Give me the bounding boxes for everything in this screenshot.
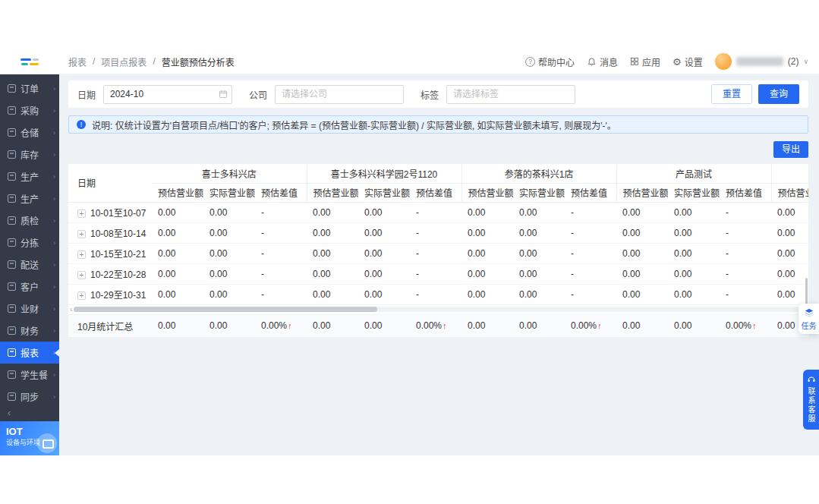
value-cell: 0.00 — [513, 202, 565, 222]
help-center-link[interactable]: ? 帮助中心 — [525, 55, 575, 68]
sidebar-item-customers[interactable]: 客户› — [0, 276, 59, 298]
sub-column-header: 预估营业额 — [307, 183, 358, 202]
sidebar-item-label: 库存 — [20, 148, 39, 161]
iot-banner[interactable]: IOT 设备与环境 — [0, 421, 59, 455]
sidebar-item-biz-finance[interactable]: 业财› — [0, 298, 59, 320]
vertical-scrollbar[interactable] — [805, 278, 808, 305]
value-cell: - — [565, 263, 616, 284]
group-header — [771, 164, 808, 183]
expand-icon[interactable]: + — [77, 291, 86, 300]
sync-icon — [8, 392, 16, 401]
user-name-redacted — [736, 57, 783, 66]
breadcrumb-current-page: 营业额预估分析表 — [162, 55, 235, 68]
value-cell: 0.00 — [771, 284, 808, 304]
info-banner: ! 说明: 仅统计设置为'自营项目点/档口'的客户; 预估差异 = (预估营业额… — [68, 115, 808, 134]
table-scroll-area[interactable]: 日期喜士多科兴店喜士多科兴科学园2号1120参落的茶科兴1店产品测试预估营业额实… — [68, 164, 808, 305]
row-date: 10-15至10-21 — [90, 249, 146, 260]
value-cell: 0.00 — [358, 284, 410, 304]
sidebar-item-quality[interactable]: 质检› — [0, 209, 59, 232]
value-cell: - — [565, 243, 616, 263]
sidebar-item-orders[interactable]: 订单› — [0, 77, 59, 99]
sidebar-item-production-2[interactable]: 生产› — [0, 187, 59, 209]
sidebar-item-student-meals[interactable]: 学生餐› — [0, 364, 59, 386]
table-row: +10-15至10-210.000.00-0.000.00-0.000.00-0… — [68, 243, 808, 263]
sidebar-item-label: 报表 — [20, 346, 39, 359]
value-cell: 0.00 — [307, 202, 358, 222]
tag-select[interactable] — [446, 85, 575, 104]
date-input[interactable] — [103, 85, 232, 104]
expand-icon[interactable]: + — [77, 271, 86, 279]
task-widget[interactable]: 任务 — [799, 304, 819, 334]
scroll-left-icon[interactable]: ‹ — [70, 306, 72, 313]
search-button[interactable]: 查询 — [758, 84, 799, 104]
company-select[interactable] — [275, 85, 404, 104]
sub-column-header: 预估营业额 — [771, 183, 808, 202]
sidebar-item-label: 分拣 — [20, 236, 39, 249]
expand-icon[interactable]: + — [77, 209, 86, 218]
export-button[interactable]: 导出 — [773, 141, 808, 158]
sidebar-item-reports[interactable]: 报表› — [0, 342, 59, 364]
value-cell: 0.00 — [616, 222, 668, 243]
customer-service-widget[interactable]: 联系客服 — [803, 370, 819, 430]
sidebar-collapse-button[interactable]: ‹ — [0, 408, 59, 421]
app-logo[interactable] — [0, 49, 59, 74]
production-1-icon — [8, 172, 16, 181]
group-header: 产品测试 — [616, 164, 771, 183]
sub-column-header: 预估营业额 — [152, 183, 203, 202]
sidebar-item-inventory[interactable]: 库存› — [0, 143, 59, 165]
sidebar-item-sorting[interactable]: 分拣› — [0, 232, 59, 254]
breadcrumb: 报表 / 项目点报表 / 营业额预估分析表 — [68, 55, 235, 68]
value-cell: - — [255, 243, 307, 263]
sidebar-item-label: 客户 — [20, 280, 39, 293]
sub-column-header: 实际营业额 — [668, 183, 720, 202]
chevron-right-icon: › — [53, 305, 55, 313]
chevron-down-icon[interactable]: ∨ — [803, 58, 808, 65]
purchase-icon — [8, 106, 16, 115]
apps-link[interactable]: 应用 — [630, 55, 660, 68]
sidebar-item-label: 同步 — [20, 390, 39, 403]
settings-label: 设置 — [685, 55, 703, 68]
sidebar-item-delivery[interactable]: 配送› — [0, 254, 59, 276]
sidebar-item-production-1[interactable]: 生产› — [0, 165, 59, 187]
user-menu[interactable]: (2) ∨ — [715, 53, 808, 70]
sub-column-header: 预估差值 — [565, 183, 616, 202]
value-cell: - — [255, 222, 307, 243]
scrollbar-thumb[interactable] — [74, 307, 377, 312]
breadcrumb-reports[interactable]: 报表 — [68, 55, 87, 68]
scrollbar-track[interactable] — [74, 307, 802, 312]
summary-cell: 0.00%↑ — [720, 314, 771, 337]
sidebar-item-finance[interactable]: 财务› — [0, 320, 59, 342]
calendar-icon[interactable] — [219, 90, 228, 99]
table-row: +10-01至10-070.000.00-0.000.00-0.000.00-0… — [68, 202, 808, 222]
table-card: 日期喜士多科兴店喜士多科兴科学园2号1120参落的茶科兴1店产品测试预估营业额实… — [68, 164, 808, 337]
main-content: 日期 公司 标签 重置 查询 ! 说明: 仅统计设置为'自营项目点/档口' — [59, 74, 819, 455]
value-cell: 0.00 — [203, 222, 255, 243]
sidebar-item-sync[interactable]: 同步› — [0, 386, 59, 408]
sidebar-item-purchase[interactable]: 采购› — [0, 99, 59, 121]
notice-text: 说明: 仅统计设置为'自营项目点/档口'的客户; 预估差异 = (预估营业额-实… — [92, 118, 616, 131]
value-cell: - — [410, 263, 461, 284]
expand-icon[interactable]: + — [77, 230, 86, 238]
company-field — [275, 85, 404, 104]
summary-cell: 0.00%↑ — [565, 314, 616, 337]
student-meals-icon — [8, 370, 16, 379]
breadcrumb-project-reports[interactable]: 项目点报表 — [101, 55, 146, 68]
sidebar-item-label: 质检 — [20, 214, 39, 227]
layers-icon — [804, 307, 814, 318]
messages-link[interactable]: 消息 — [587, 55, 618, 68]
value-cell: 0.00 — [152, 243, 203, 263]
date-filter-label: 日期 — [77, 88, 96, 101]
value-cell: 0.00 — [307, 284, 358, 304]
user-avatar[interactable] — [715, 53, 732, 70]
horizontal-scrollbar[interactable]: ‹ › — [68, 305, 808, 314]
sidebar-item-warehouse[interactable]: 仓储› — [0, 121, 59, 143]
value-cell: 0.00 — [668, 284, 720, 304]
up-arrow-icon: ↑ — [752, 321, 757, 330]
value-cell: 0.00 — [771, 243, 808, 263]
summary-cell: 0.00 — [616, 314, 668, 337]
expand-icon[interactable]: + — [77, 250, 86, 259]
value-cell: 0.00 — [668, 243, 720, 263]
settings-link[interactable]: ⚙ 设置 — [673, 55, 703, 68]
reset-button[interactable]: 重置 — [711, 84, 752, 104]
logo-row — [20, 58, 39, 61]
